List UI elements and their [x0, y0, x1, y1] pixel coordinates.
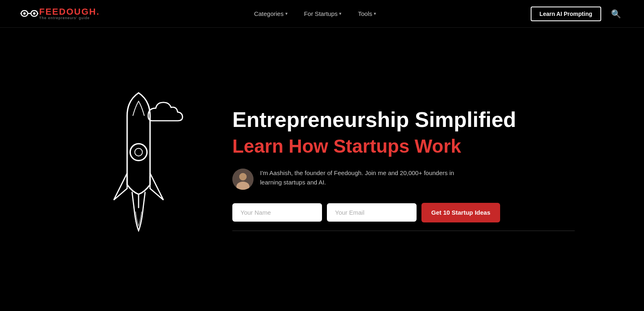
hero-divider: [232, 231, 575, 231]
email-input[interactable]: [327, 203, 417, 222]
svg-point-5: [23, 12, 26, 15]
navbar: FEEDOUGH. The entrepreneurs' guide Categ…: [0, 0, 644, 28]
svg-point-7: [130, 144, 147, 160]
svg-point-6: [33, 12, 35, 15]
nav-right: Learn AI Prompting 🔍: [531, 7, 624, 21]
nav-for-startups[interactable]: For Startups ▾: [298, 7, 348, 20]
hero-illustration: [69, 80, 208, 259]
search-button[interactable]: 🔍: [608, 7, 624, 20]
hero-inner: Entrepreneurship Simplified Learn How St…: [37, 55, 607, 284]
for-startups-chevron-icon: ▾: [339, 11, 342, 16]
logo-link[interactable]: FEEDOUGH. The entrepreneurs' guide: [20, 4, 100, 24]
hero-content: Entrepreneurship Simplified Learn How St…: [232, 108, 575, 231]
logo-tagline: The entrepreneurs' guide: [39, 16, 100, 20]
cloud-icon: [148, 102, 182, 121]
hero-subtitle: Learn How Startups Work: [232, 136, 575, 157]
hero-author: I'm Aashish, the founder of Feedough. Jo…: [232, 169, 575, 190]
svg-point-12: [239, 173, 247, 180]
search-icon: 🔍: [611, 9, 621, 18]
learn-ai-prompting-button[interactable]: Learn AI Prompting: [531, 7, 601, 21]
nav-tools[interactable]: Tools ▾: [351, 7, 383, 20]
nav-links: Categories ▾ For Startups ▾ Tools ▾: [247, 7, 383, 20]
tools-chevron-icon: ▾: [374, 11, 376, 16]
logo-text: FEEDOUGH. The entrepreneurs' guide: [39, 7, 100, 20]
nav-categories[interactable]: Categories ▾: [247, 7, 294, 20]
hero-form: Get 10 Startup Ideas: [232, 203, 575, 222]
name-input[interactable]: [232, 203, 322, 222]
author-text: I'm Aashish, the founder of Feedough. Jo…: [260, 169, 472, 187]
hero-section: Entrepreneurship Simplified Learn How St…: [0, 0, 644, 311]
rocket-icon: [114, 93, 163, 231]
avatar: [232, 169, 254, 190]
categories-chevron-icon: ▾: [285, 11, 288, 16]
hero-title: Entrepreneurship Simplified: [232, 108, 575, 132]
logo-name: FEEDOUGH.: [39, 7, 100, 16]
submit-button[interactable]: Get 10 Startup Ideas: [421, 203, 500, 222]
svg-point-8: [135, 148, 143, 156]
logo-icon: [20, 4, 39, 24]
